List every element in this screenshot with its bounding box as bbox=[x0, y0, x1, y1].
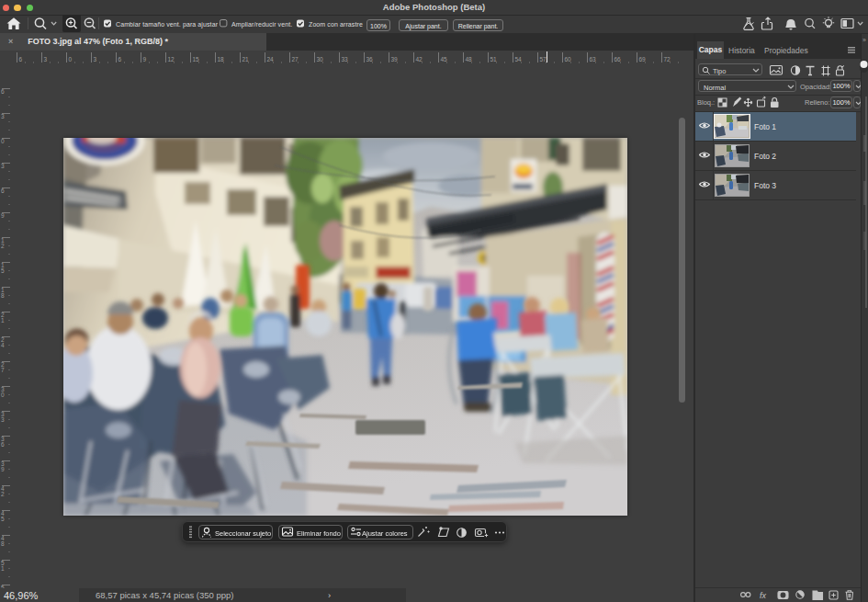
svg-text:fx: fx bbox=[760, 591, 767, 600]
